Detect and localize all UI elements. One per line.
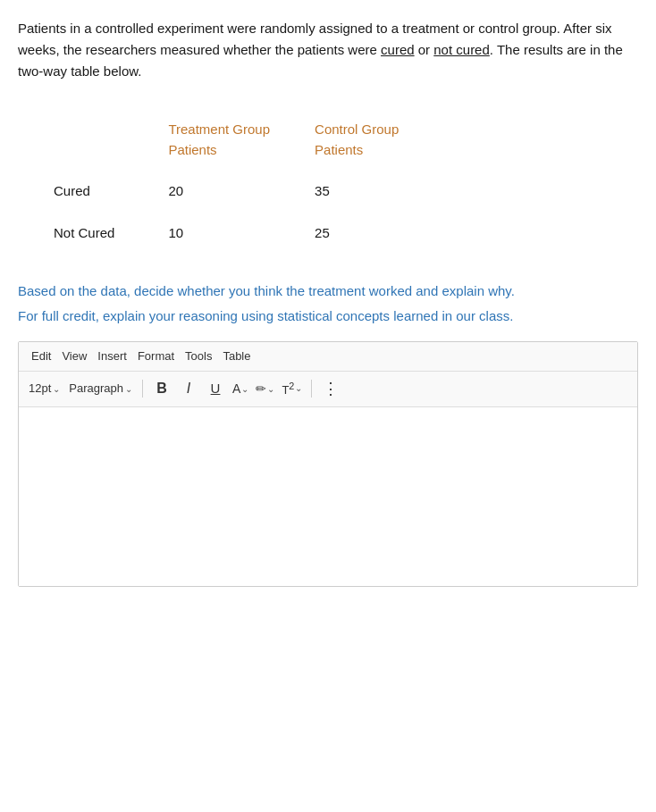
menu-table[interactable]: Table <box>217 346 256 367</box>
not-cured-text: not cured <box>433 42 490 57</box>
font-color-icon: A <box>232 380 240 398</box>
table-empty-header <box>45 109 159 171</box>
italic-button[interactable]: I <box>177 377 200 400</box>
more-options-button[interactable]: ⋮ <box>319 375 342 403</box>
control-group-header: Control Group Patients <box>306 109 434 171</box>
cured-text: cured <box>381 42 415 57</box>
bold-button[interactable]: B <box>150 377 173 400</box>
more-options-icon: ⋮ <box>323 377 339 401</box>
cured-row-label: Cured <box>45 171 159 213</box>
table-row: Cured 20 35 <box>45 171 434 213</box>
toolbar-divider-1 <box>142 380 143 398</box>
intro-or: or <box>415 42 434 57</box>
two-way-table: Treatment Group Patients Control Group P… <box>45 109 434 254</box>
question-line2: For full credit, explain your reasoning … <box>18 306 638 327</box>
text-editor: Edit View Insert Format Tools Table 12pt… <box>18 341 638 587</box>
treatment-group-header: Treatment Group Patients <box>159 109 306 171</box>
font-size-value: 12pt <box>29 380 51 398</box>
font-color-chevron-icon: ⌄ <box>241 382 248 396</box>
toolbar-divider-2 <box>311 380 312 398</box>
menu-tools[interactable]: Tools <box>180 346 217 367</box>
intro-paragraph: Patients in a controlled experiment were… <box>18 18 638 82</box>
editor-body[interactable] <box>19 407 637 586</box>
underline-button[interactable]: U <box>204 377 227 400</box>
not-cured-treatment-value: 10 <box>159 213 306 255</box>
font-style-selector[interactable]: Paragraph ⌄ <box>66 378 135 399</box>
not-cured-row-label: Not Cured <box>45 213 159 255</box>
cured-control-value: 35 <box>306 171 434 213</box>
two-way-table-section: Treatment Group Patients Control Group P… <box>18 109 638 254</box>
menu-edit[interactable]: Edit <box>26 346 56 367</box>
menu-format[interactable]: Format <box>132 346 180 367</box>
font-style-value: Paragraph <box>69 380 123 398</box>
editor-menu-bar: Edit View Insert Format Tools Table <box>19 342 637 372</box>
question-section: Based on the data, decide whether you th… <box>18 280 638 327</box>
superscript-button[interactable]: T2 ⌄ <box>280 377 304 401</box>
font-size-chevron-icon: ⌄ <box>53 382 60 396</box>
editor-toolbar: 12pt ⌄ Paragraph ⌄ B I U A ⌄ ✏ ⌄ <box>19 372 637 407</box>
font-size-selector[interactable]: 12pt ⌄ <box>26 378 63 399</box>
superscript-chevron-icon: ⌄ <box>295 381 302 395</box>
superscript-icon: T2 <box>282 379 294 399</box>
menu-view[interactable]: View <box>56 346 92 367</box>
menu-insert[interactable]: Insert <box>92 346 132 367</box>
font-style-chevron-icon: ⌄ <box>125 382 132 396</box>
highlight-button[interactable]: ✏ ⌄ <box>254 378 276 400</box>
table-row: Not Cured 10 25 <box>45 213 434 255</box>
highlight-icon: ✏ <box>256 380 266 398</box>
question-line1: Based on the data, decide whether you th… <box>18 280 638 302</box>
highlight-chevron-icon: ⌄ <box>267 382 274 396</box>
font-color-button[interactable]: A ⌄ <box>231 378 250 400</box>
cured-treatment-value: 20 <box>159 171 306 213</box>
not-cured-control-value: 25 <box>306 213 434 255</box>
